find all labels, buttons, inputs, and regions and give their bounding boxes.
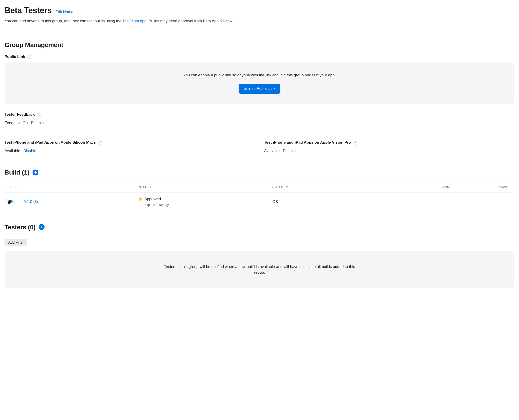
page-subtitle: You can add anyone to this group, and th… (5, 18, 514, 24)
testers-section: Testers (0) Add Filter Testers in this g… (5, 223, 514, 288)
status-column-header: STATUS (137, 182, 269, 193)
status-approved-icon (139, 197, 142, 201)
public-link-block: Public Link ? You can enable a public li… (5, 54, 514, 104)
divider (5, 161, 514, 161)
build-section: Build (1) BUILD STATUS PLATFORM SESSIONS… (5, 168, 514, 211)
build-expires: Expires in 90 days (144, 202, 170, 207)
public-link-panel-text: You can enable a public link so anyone w… (14, 73, 505, 78)
build-sessions: – (392, 193, 453, 211)
table-row: 0.1.0 (3) Approved Expires in 90 days (5, 193, 514, 211)
edit-name-link[interactable]: Edit Name (55, 9, 73, 15)
chevron-down-icon (17, 186, 19, 188)
crashes-column-header: CRASHES (453, 182, 514, 193)
testers-empty-panel: Testers in this group will be notified w… (5, 251, 514, 288)
platform-column-header: PLATFORM (270, 182, 392, 193)
vision-pro-disable-link[interactable]: Disable (283, 148, 296, 154)
build-version-link[interactable]: 0.1.0 (3) (24, 199, 38, 205)
page-title: Beta Testers (5, 5, 52, 17)
silicon-macs-label: Test iPhone and iPad Apps on Apple Silic… (5, 140, 96, 145)
plus-icon (40, 225, 43, 229)
enable-public-link-button[interactable]: Enable Public Link (239, 84, 280, 94)
divider (5, 133, 514, 133)
public-link-label: Public Link (5, 54, 25, 60)
build-section-title: Build (1) (5, 168, 29, 177)
add-build-button[interactable] (32, 170, 38, 175)
builds-table: BUILD STATUS PLATFORM SESSIONS CRASHES (5, 182, 514, 211)
help-icon[interactable]: ? (37, 113, 41, 117)
tester-feedback-status: Feedback On (5, 120, 28, 126)
build-status: Approved (144, 196, 170, 202)
build-platform: iOS (270, 193, 392, 211)
help-icon[interactable]: ? (98, 141, 102, 144)
add-tester-button[interactable] (39, 224, 44, 230)
silicon-macs-block: Test iPhone and iPad Apps on Apple Silic… (5, 140, 255, 154)
app-icon (6, 198, 15, 206)
silicon-macs-status: Available (5, 148, 20, 154)
help-icon[interactable]: ? (353, 141, 357, 144)
tester-feedback-label: Tester Feedback (5, 112, 35, 118)
build-column-header[interactable]: BUILD (6, 185, 19, 189)
group-management-title: Group Management (5, 40, 514, 50)
silicon-macs-disable-link[interactable]: Disable (23, 148, 36, 154)
vision-pro-label: Test iPhone and iPad Apps on Apple Visio… (264, 140, 351, 145)
public-link-panel: You can enable a public link so anyone w… (5, 62, 514, 104)
divider (5, 31, 514, 31)
testers-panel-text: Testers in this group will be notified w… (160, 264, 359, 276)
plus-icon (34, 171, 37, 174)
help-icon[interactable]: ? (28, 55, 31, 59)
tester-feedback-block: Tester Feedback ? Feedback On Disable (5, 112, 514, 126)
tester-feedback-disable-link[interactable]: Disable (31, 120, 44, 126)
testers-section-title: Testers (0) (5, 223, 36, 232)
sessions-column-header: SESSIONS (392, 182, 453, 193)
add-filter-button[interactable]: Add Filter (5, 239, 27, 246)
group-management-section: Group Management Public Link ? You can e… (5, 40, 514, 154)
vision-pro-block: Test iPhone and iPad Apps on Apple Visio… (264, 140, 514, 154)
vision-pro-status: Available (264, 148, 280, 154)
page-header: Beta Testers Edit Name You can add anyon… (5, 5, 514, 24)
build-crashes: – (453, 193, 514, 211)
testflight-app-link[interactable]: TestFlight app (122, 19, 147, 23)
